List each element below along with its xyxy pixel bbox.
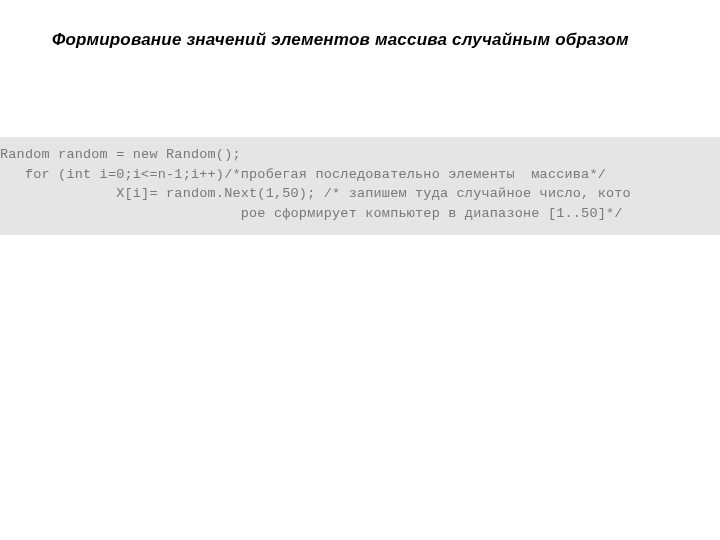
page-title: Формирование значений элементов массива … — [52, 30, 629, 50]
code-line: X[i]= random.Next(1,50); /* запишем туда… — [0, 184, 720, 204]
code-line: рое сформирует компьютер в диапазоне [1.… — [0, 204, 720, 224]
code-block: Random random = new Random(); for (int i… — [0, 137, 720, 235]
code-line: for (int i=0;i<=n-1;i++)/*пробегая после… — [0, 165, 720, 185]
code-line: Random random = new Random(); — [0, 145, 720, 165]
